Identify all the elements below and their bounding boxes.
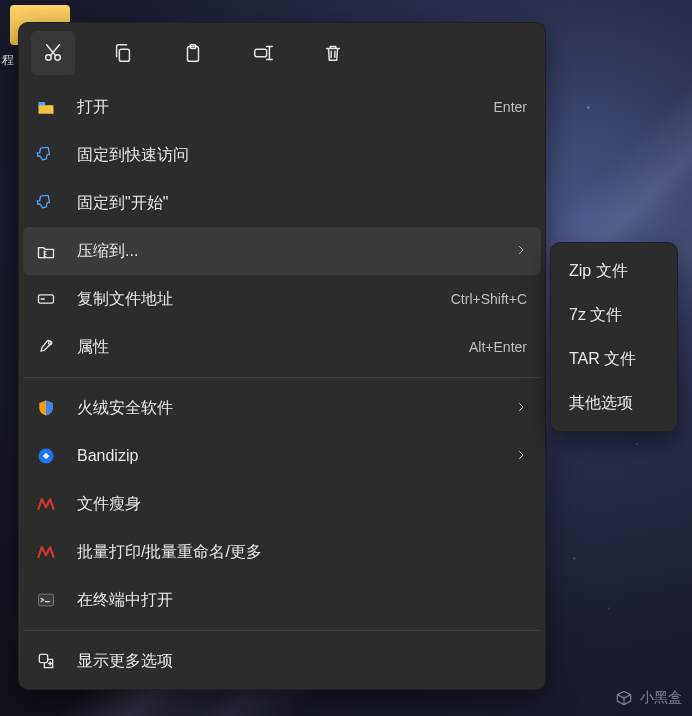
menu-item-label: 固定到快速访问 [77, 145, 527, 166]
more-icon [35, 650, 57, 672]
svg-rect-10 [39, 594, 54, 606]
submenu-label: 其他选项 [569, 393, 633, 414]
menu-list: 打开 Enter 固定到快速访问 固定到"开始" 压缩到... [23, 81, 541, 685]
huorong-icon [35, 397, 57, 419]
menu-item-label: 打开 [77, 97, 494, 118]
watermark: 小黑盒 [614, 688, 682, 708]
pin-icon [35, 192, 57, 214]
cut-button[interactable] [31, 31, 75, 75]
menu-open[interactable]: 打开 Enter [23, 83, 541, 131]
menu-pin-start[interactable]: 固定到"开始" [23, 179, 541, 227]
menu-item-label: 文件瘦身 [77, 494, 527, 515]
svg-point-8 [49, 341, 52, 344]
copy-path-icon [35, 288, 57, 310]
context-menu: 打开 Enter 固定到快速访问 固定到"开始" 压缩到... [18, 22, 546, 690]
open-icon [35, 96, 57, 118]
wps-icon [35, 541, 57, 563]
delete-icon [322, 42, 344, 64]
menu-item-label: 批量打印/批量重命名/更多 [77, 542, 527, 563]
chevron-right-icon [515, 400, 527, 416]
menu-open-terminal[interactable]: 在终端中打开 [23, 576, 541, 624]
watermark-text: 小黑盒 [640, 689, 682, 707]
menu-item-shortcut: Enter [494, 99, 527, 115]
submenu-7z[interactable]: 7z 文件 [555, 293, 673, 337]
pin-icon [35, 144, 57, 166]
terminal-icon [35, 589, 57, 611]
menu-pin-quick-access[interactable]: 固定到快速访问 [23, 131, 541, 179]
submenu-zip[interactable]: Zip 文件 [555, 249, 673, 293]
menu-item-shortcut: Ctrl+Shift+C [451, 291, 527, 307]
svg-rect-2 [119, 49, 129, 61]
chevron-right-icon [515, 448, 527, 464]
rename-icon [252, 42, 274, 64]
submenu-other[interactable]: 其他选项 [555, 381, 673, 425]
submenu-label: TAR 文件 [569, 349, 636, 370]
svg-rect-5 [255, 49, 267, 56]
menu-item-label: 在终端中打开 [77, 590, 527, 611]
context-toolbar [23, 31, 541, 81]
compress-icon [35, 240, 57, 262]
cut-icon [42, 42, 64, 64]
copy-icon [112, 42, 134, 64]
menu-wps-thin[interactable]: 文件瘦身 [23, 480, 541, 528]
svg-rect-6 [39, 102, 46, 105]
copy-button[interactable] [101, 31, 145, 75]
bandizip-icon [35, 445, 57, 467]
paste-button[interactable] [171, 31, 215, 75]
submenu-label: 7z 文件 [569, 305, 622, 326]
svg-rect-11 [39, 654, 47, 662]
wps-icon [35, 493, 57, 515]
menu-compress[interactable]: 压缩到... [23, 227, 541, 275]
menu-huorong[interactable]: 火绒安全软件 [23, 384, 541, 432]
menu-wps-batch[interactable]: 批量打印/批量重命名/更多 [23, 528, 541, 576]
submenu-label: Zip 文件 [569, 261, 628, 282]
menu-show-more[interactable]: 显示更多选项 [23, 637, 541, 685]
rename-button[interactable] [241, 31, 285, 75]
menu-separator [23, 630, 541, 631]
properties-icon [35, 336, 57, 358]
chevron-right-icon [515, 243, 527, 259]
menu-item-shortcut: Alt+Enter [469, 339, 527, 355]
menu-item-label: 固定到"开始" [77, 193, 527, 214]
menu-item-label: 显示更多选项 [77, 651, 527, 672]
menu-bandizip[interactable]: Bandizip [23, 432, 541, 480]
menu-item-label: 复制文件地址 [77, 289, 451, 310]
paste-icon [182, 42, 204, 64]
submenu-tar[interactable]: TAR 文件 [555, 337, 673, 381]
menu-item-label: 火绒安全软件 [77, 398, 515, 419]
menu-properties[interactable]: 属性 Alt+Enter [23, 323, 541, 371]
desktop-folder-label: 程 [0, 52, 14, 69]
menu-item-label: Bandizip [77, 447, 515, 465]
menu-item-label: 压缩到... [77, 241, 515, 262]
menu-item-label: 属性 [77, 337, 469, 358]
menu-separator [23, 377, 541, 378]
menu-copy-path[interactable]: 复制文件地址 Ctrl+Shift+C [23, 275, 541, 323]
watermark-icon [614, 688, 634, 708]
delete-button[interactable] [311, 31, 355, 75]
compress-submenu: Zip 文件 7z 文件 TAR 文件 其他选项 [550, 242, 678, 432]
